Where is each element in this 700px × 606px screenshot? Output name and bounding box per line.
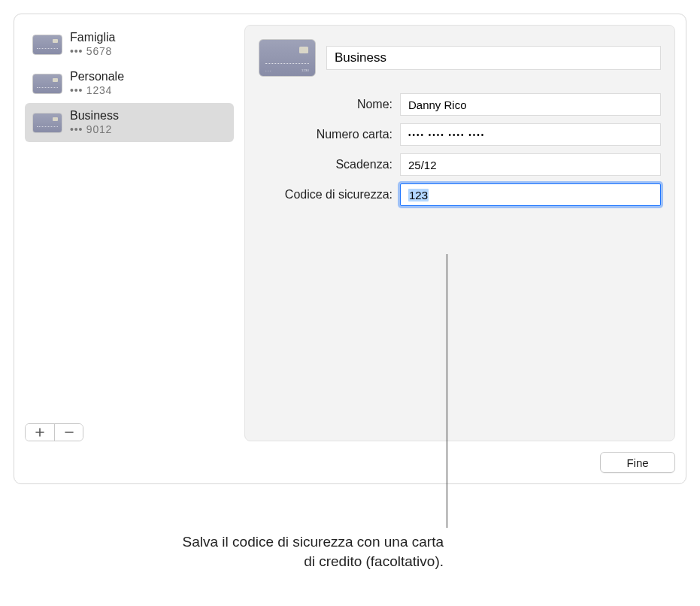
card-digits: ••• 9012 [70, 123, 119, 137]
card-name: Personale [70, 69, 124, 84]
credit-card-icon [32, 113, 62, 133]
name-label: Nome: [259, 98, 392, 111]
expiry-input[interactable] [400, 153, 661, 176]
card-name: Business [70, 108, 119, 123]
credit-card-icon-large: - - -1234 [259, 39, 316, 77]
card-digits: ••• 5678 [70, 45, 115, 59]
security-code-input[interactable]: 123 [400, 183, 661, 206]
card-name: Famiglia [70, 30, 115, 45]
card-title-input[interactable] [326, 46, 661, 70]
security-code-value: 123 [408, 189, 429, 201]
card-sidebar: Famiglia ••• 5678 Personale ••• 1234 [25, 25, 234, 441]
card-row-personale[interactable]: Personale ••• 1234 [25, 64, 234, 103]
card-row-business[interactable]: Business ••• 9012 [25, 103, 234, 142]
done-button[interactable]: Fine [600, 452, 675, 473]
callout-caption: Salva il codice di sicurezza con una car… [180, 532, 444, 571]
remove-button[interactable] [54, 424, 83, 441]
preferences-window: Famiglia ••• 5678 Personale ••• 1234 [14, 14, 686, 484]
detail-header: - - -1234 [259, 39, 661, 77]
minus-icon [65, 428, 74, 437]
name-input[interactable] [400, 93, 661, 116]
callout-leader-line [447, 254, 447, 528]
add-button[interactable] [26, 424, 54, 441]
credit-card-icon [32, 74, 62, 94]
credit-card-icon [32, 35, 62, 55]
expiry-label: Scadenza: [259, 158, 392, 171]
add-remove-segmented [25, 423, 83, 441]
card-digits: ••• 1234 [70, 84, 124, 98]
card-detail-panel: - - -1234 Nome: Numero carta: Scadenza: … [244, 25, 675, 441]
plus-icon [35, 428, 44, 437]
security-label: Codice di sicurezza: [259, 188, 392, 201]
card-list: Famiglia ••• 5678 Personale ••• 1234 [25, 25, 234, 419]
window-footer: Fine [14, 446, 686, 483]
card-number-input[interactable] [400, 123, 661, 146]
number-label: Numero carta: [259, 128, 392, 141]
card-row-famiglia[interactable]: Famiglia ••• 5678 [25, 25, 234, 64]
content-area: Famiglia ••• 5678 Personale ••• 1234 [14, 14, 686, 446]
